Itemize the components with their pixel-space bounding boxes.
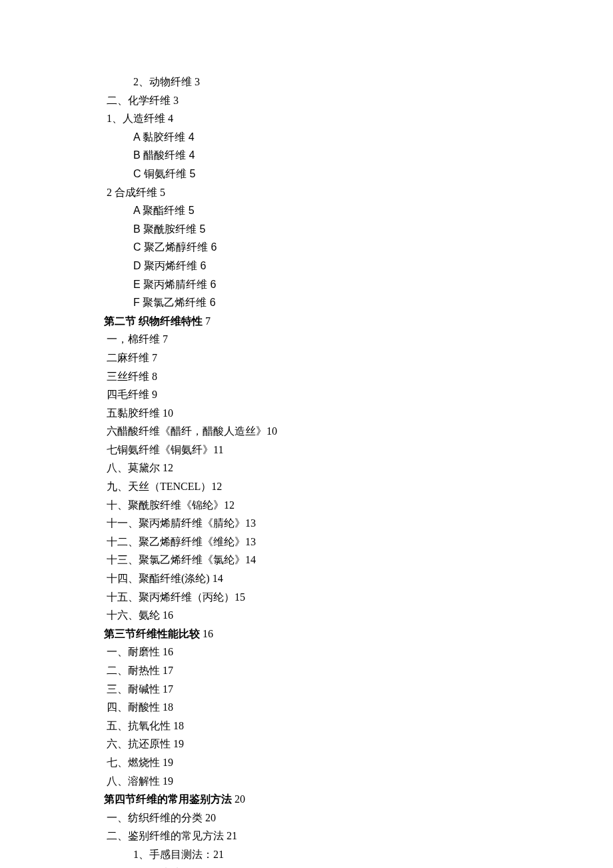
toc-item-text: C 聚乙烯醇纤维 6 <box>133 241 217 253</box>
toc-item: 一，棉纤维 7 <box>107 331 560 348</box>
toc-item: 1、手感目测法：21 <box>107 846 560 863</box>
toc-item: B 聚酰胺纤维 5 <box>107 221 560 238</box>
toc-item: 一、耐磨性 16 <box>107 643 560 661</box>
toc-item-text: F 聚氯乙烯纤维 6 <box>133 297 216 308</box>
toc-item: C 铜氨纤维 5 <box>107 165 560 183</box>
heading-pagenum: 7 <box>203 315 211 327</box>
toc-item: 五黏胶纤维 10 <box>107 405 560 422</box>
toc-item-text: B 聚酰胺纤维 5 <box>133 223 205 235</box>
toc-item: 七、燃烧性 19 <box>107 754 560 771</box>
toc-item: 十一、聚丙烯腈纤维《腈纶》13 <box>107 515 560 532</box>
toc-item: 十四、聚酯纤维(涤纶) 14 <box>107 570 560 587</box>
toc-item: 二、耐热性 17 <box>107 662 560 679</box>
toc-item: A 黏胶纤维 4 <box>107 129 560 146</box>
toc-item: A 聚酯纤维 5 <box>107 202 560 219</box>
toc-item: C 聚乙烯醇纤维 6 <box>107 239 560 256</box>
heading-pagenum: 20 <box>232 793 245 805</box>
toc-item: 十二、聚乙烯醇纤维《维纶》13 <box>107 533 560 551</box>
toc-item: 三、耐碱性 17 <box>107 681 560 698</box>
section-4-heading: 第四节纤维的常用鉴别方法 20 <box>104 791 560 808</box>
toc-item: B 醋酸纤维 4 <box>107 147 560 164</box>
toc-section-4: 一、纺织纤维的分类 20 二、鉴别纤维的常见方法 21 1、手感目测法：21 2… <box>107 809 560 868</box>
heading-pagenum: 16 <box>200 628 213 639</box>
toc-item-text: A 聚酯纤维 5 <box>133 205 195 216</box>
toc-item: 二、鉴别纤维的常见方法 21 <box>107 827 560 845</box>
toc-item: 九、天丝（TENCEL）12 <box>107 478 560 495</box>
toc-item: 二、化学纤维 3 <box>107 92 560 109</box>
toc-section-2: 一，棉纤维 7 二麻纤维 7 三丝纤维 8 四毛纤维 9 五黏胶纤维 10 六醋… <box>107 331 560 624</box>
toc-item: 八、莫黛尔 12 <box>107 459 560 477</box>
toc-item-text: E 聚丙烯腈纤维 6 <box>133 279 216 290</box>
heading-text: 第二节 织物纤维特性 <box>104 315 203 327</box>
toc-item-text: A 黏胶纤维 4 <box>133 131 195 143</box>
toc-item: 三丝纤维 8 <box>107 368 560 385</box>
toc-item: 一、纺织纤维的分类 20 <box>107 809 560 827</box>
toc-item: 十六、氨纶 16 <box>107 607 560 624</box>
toc-item: 2 合成纤维 5 <box>107 184 560 201</box>
toc-pre-section: 2、动物纤维 3 二、化学纤维 3 1、人造纤维 4 A 黏胶纤维 4 B 醋酸… <box>107 73 560 311</box>
toc-item-text: B 醋酸纤维 4 <box>133 149 195 161</box>
toc-item: 六醋酸纤维《醋纤，醋酸人造丝》10 <box>107 423 560 440</box>
toc-item: 四毛纤维 9 <box>107 386 560 403</box>
toc-item: 十五、聚丙烯纤维（丙纶）15 <box>107 589 560 606</box>
toc-item: 1、人造纤维 4 <box>107 110 560 127</box>
toc-item: 七铜氨纤维《铜氨纤》11 <box>107 441 560 459</box>
toc-item: D 聚丙烯纤维 6 <box>107 257 560 275</box>
section-3-heading: 第三节纤维性能比较 16 <box>104 625 560 643</box>
toc-item: 六、抗还原性 19 <box>107 735 560 753</box>
toc-item: 二麻纤维 7 <box>107 349 560 367</box>
toc-item: 2、动物纤维 3 <box>107 73 560 91</box>
toc-item: E 聚丙烯腈纤维 6 <box>107 276 560 293</box>
toc-item: 2、燃烧法：21 <box>107 865 560 868</box>
section-2-heading: 第二节 织物纤维特性 7 <box>104 313 560 330</box>
toc-item: 四、耐酸性 18 <box>107 699 560 716</box>
toc-item-text: D 聚丙烯纤维 6 <box>133 260 206 271</box>
toc-item: 八、溶解性 19 <box>107 773 560 790</box>
toc-item-text: C 铜氨纤维 5 <box>133 168 195 179</box>
heading-text: 第四节纤维的常用鉴别方法 <box>104 793 232 805</box>
toc-item: F 聚氯乙烯纤维 6 <box>107 294 560 311</box>
heading-text: 第三节纤维性能比较 <box>104 628 200 639</box>
toc-item: 五、抗氧化性 18 <box>107 717 560 735</box>
toc-section-3: 一、耐磨性 16 二、耐热性 17 三、耐碱性 17 四、耐酸性 18 五、抗氧… <box>107 643 560 789</box>
toc-item: 十、聚酰胺纤维《锦纶》12 <box>107 497 560 514</box>
toc-item: 十三、聚氯乙烯纤维《氯纶》14 <box>107 551 560 569</box>
